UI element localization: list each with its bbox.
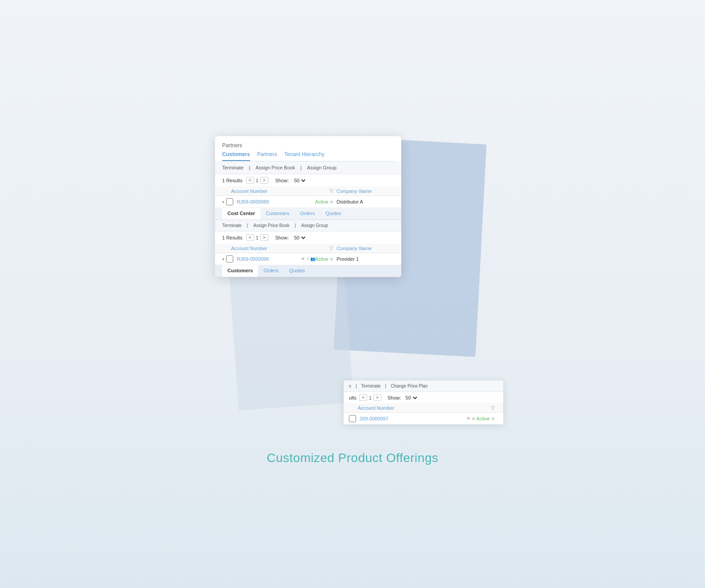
prev-btn[interactable]: < [246, 177, 254, 184]
third-row-account[interactable]: 269-0000097 [360, 416, 466, 421]
third-card: v | Terminate | Change Price Plan ults <… [344, 380, 503, 424]
tab-tenant-hierarchy[interactable]: Tenant Hierarchy [284, 151, 325, 161]
change-price-plan-btn[interactable]: Change Price Plan [391, 384, 427, 388]
inner-plus-icon[interactable]: + [306, 257, 309, 261]
third-show-label: Show: [388, 395, 401, 400]
third-filter-icon[interactable]: ▽ [491, 405, 494, 411]
separator1: | [356, 384, 357, 388]
next-btn[interactable]: > [260, 177, 268, 184]
third-pagination[interactable]: < 1 > [359, 394, 381, 401]
third-next-btn[interactable]: > [373, 394, 381, 401]
eye-icon[interactable]: 👁 [466, 416, 470, 421]
inner-users-icon[interactable]: 👥 [310, 257, 315, 261]
inner-row-checkbox-1[interactable] [226, 255, 233, 263]
main-results: 1 Results [222, 178, 243, 183]
row-checkbox-1[interactable] [226, 198, 233, 205]
row-company-1: Distributor A [337, 199, 394, 204]
separator2: | [300, 165, 302, 170]
terminate-btn[interactable]: Terminate [361, 384, 381, 388]
inner-tab-customers[interactable]: Customers [260, 208, 294, 220]
nested-section: Terminate | Assign Price Book | Assign G… [215, 220, 401, 277]
third-results: ults [349, 395, 356, 400]
partners-label: Partners [222, 142, 394, 149]
third-show-select[interactable]: 50 [404, 395, 419, 401]
card-header: Partners Customers Partners Tenant Hiera… [215, 136, 401, 161]
filter-icon[interactable]: ▽ [329, 188, 333, 194]
inner-table-row-1: ▾ R269-0000096 👁 + 👥 Active ≡ Provider 1 [215, 253, 401, 265]
main-tab-nav: Customers Partners Tenant Hierarchy [222, 151, 394, 161]
inner-list-controls: 1 Results < 1 > Show: 50 [215, 231, 401, 243]
main-table-header: Account Number ▽ Company Name [215, 186, 401, 196]
view-label[interactable]: v [349, 384, 351, 388]
inner-separator2: | [295, 223, 296, 228]
inner-show-select[interactable]: 50 [292, 235, 307, 241]
inner2-tab-orders[interactable]: Orders [258, 265, 284, 277]
page-num: 1 [256, 178, 258, 183]
cancel-icon[interactable]: ⊘ [472, 416, 475, 421]
inner-terminate-btn[interactable]: Terminate [222, 223, 242, 228]
third-row-menu-icon[interactable]: ≡ [492, 416, 494, 421]
inner-tab-orders[interactable]: Orders [295, 208, 321, 220]
inner-eye-icon[interactable]: 👁 [301, 257, 305, 261]
main-card: Partners Customers Partners Tenant Hiera… [215, 136, 401, 277]
inner-col-account-number: Account Number [231, 246, 329, 251]
third-list-controls: ults < 1 > Show: 50 [344, 392, 503, 403]
col-account-number: Account Number [231, 188, 329, 194]
col-company-name: Company Name [337, 188, 394, 194]
inner2-tab-quotes[interactable]: Quotes [284, 265, 310, 277]
expand-icon[interactable]: ▾ [222, 200, 224, 204]
assign-group-btn[interactable]: Assign Group [307, 165, 337, 170]
separator2: | [385, 384, 387, 388]
main-table-row-1: ▾ R269-0000088 Active ≡ Distributor A [215, 196, 401, 208]
inner-row-status-1: Active [315, 256, 329, 262]
inner-next-btn[interactable]: > [260, 234, 268, 241]
inner-assign-price-book-btn[interactable]: Assign Price Book [254, 223, 290, 228]
third-table-header: Account Number ▽ [344, 403, 503, 413]
third-page-num: 1 [369, 395, 372, 400]
inner-separator: | [247, 223, 248, 228]
inner-col-company-name: Company Name [337, 246, 394, 251]
tab-customers[interactable]: Customers [222, 151, 250, 161]
third-col-account: Account Number [358, 405, 491, 411]
inner-results: 1 Results [222, 235, 243, 240]
separator: | [249, 165, 250, 170]
third-table-row: 269-0000097 👁 ⊘ Active ≡ [344, 413, 503, 424]
inner-expand-icon[interactable]: ▾ [222, 257, 224, 262]
scene: v | Terminate | Change Price Plan ults <… [197, 123, 508, 433]
inner-tab-quotes[interactable]: Quotes [320, 208, 346, 220]
show-label: Show: [275, 178, 289, 183]
third-row-status: Active [477, 416, 490, 421]
third-prev-btn[interactable]: < [359, 394, 367, 401]
inner-pagination[interactable]: < 1 > [246, 234, 268, 241]
terminate-btn[interactable]: Terminate [222, 165, 243, 170]
inner-show-label: Show: [275, 235, 289, 240]
inner-assign-group-btn[interactable]: Assign Group [301, 223, 328, 228]
inner-prev-btn[interactable]: < [246, 234, 254, 241]
tab-partners[interactable]: Partners [257, 151, 277, 161]
inner2-tab-nav: Customers Orders Quotes [215, 265, 401, 277]
row-menu-icon-1[interactable]: ≡ [330, 199, 333, 204]
inner2-tab-customers[interactable]: Customers [222, 265, 258, 277]
inner-tab-cost-center[interactable]: Cost Center [222, 208, 260, 220]
inner-page-num: 1 [256, 235, 258, 240]
row-status-1: Active [315, 199, 329, 204]
inner-row-menu-icon-1[interactable]: ≡ [330, 256, 333, 262]
inner-table-header: Account Number ▽ Company Name [215, 243, 401, 253]
inner-row-account-1[interactable]: R269-0000096 [237, 256, 301, 262]
page-bottom-title: Customized Product Offerings [267, 451, 439, 465]
main-list-controls: 1 Results < 1 > Show: 50 [215, 174, 401, 186]
inner-tab-nav: Cost Center Customers Orders Quotes [215, 208, 401, 220]
inner-row-company-1: Provider 1 [337, 256, 394, 262]
third-row-checkbox[interactable] [349, 415, 356, 422]
assign-price-book-btn[interactable]: Assign Price Book [255, 165, 295, 170]
inner-filter-icon[interactable]: ▽ [329, 245, 333, 251]
show-select[interactable]: 50 [292, 177, 307, 184]
third-toolbar: v | Terminate | Change Price Plan [344, 380, 503, 392]
inner-toolbar: Terminate | Assign Price Book | Assign G… [215, 220, 401, 231]
row-account-1[interactable]: R269-0000088 [237, 199, 315, 204]
main-toolbar: Terminate | Assign Price Book | Assign G… [215, 161, 401, 174]
main-pagination[interactable]: < 1 > [246, 177, 268, 184]
